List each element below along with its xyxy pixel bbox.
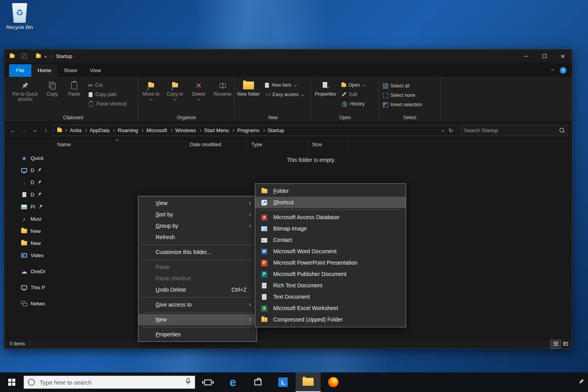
minimize-ribbon-icon[interactable] (551, 69, 554, 72)
context-menu-item-paste[interactable]: Paste (138, 261, 257, 273)
context-menu-item-refresh[interactable]: Refresh (138, 232, 257, 243)
qat-properties-icon[interactable] (22, 54, 27, 59)
new-submenu-item-contact[interactable]: Contact (255, 234, 406, 246)
column-separator[interactable] (307, 140, 308, 149)
paste-button[interactable]: Paste (64, 79, 84, 107)
new-submenu-item-shortcut[interactable]: Shortcut (255, 197, 406, 208)
sidebar-item-onedrive[interactable]: OneDr (4, 265, 50, 278)
breadcrumb-item[interactable]: Roaming (115, 126, 141, 135)
new-submenu-item-excel-worksheet[interactable]: Microsoft Excel Worksheet (255, 303, 406, 314)
context-menu-item-properties[interactable]: Properties (138, 329, 257, 340)
sidebar-item-music[interactable]: Musi (4, 213, 50, 225)
new-submenu-item-rich-text-document[interactable]: Rich Text Document (255, 280, 406, 291)
breadcrumb[interactable]: Anita AppData Roaming Microsoft Windows … (53, 125, 457, 136)
easy-access-button[interactable]: Easy access (265, 91, 304, 98)
large-icons-view-button[interactable] (561, 340, 570, 348)
breadcrumb-item[interactable]: Windows (172, 126, 199, 135)
tab-share[interactable]: Share (58, 64, 84, 77)
breadcrumb-item[interactable]: Microsoft (143, 126, 170, 135)
tab-file[interactable]: File (9, 64, 31, 77)
sidebar-item-new-folder-2[interactable]: New (4, 237, 50, 249)
refresh-icon[interactable] (448, 127, 453, 134)
minimize-button[interactable] (517, 49, 535, 63)
new-submenu-item-powerpoint-presentation[interactable]: Microsoft PowerPoint Presentation (255, 257, 406, 269)
column-header-type[interactable]: Type (251, 142, 262, 147)
cut-button[interactable]: Cut (88, 82, 127, 89)
sidebar-item-this-pc[interactable]: This P (4, 281, 50, 294)
start-button[interactable] (0, 372, 24, 392)
sidebar-item-quick-access[interactable]: Quick (4, 152, 50, 164)
forward-button[interactable] (18, 125, 29, 136)
search-icon[interactable] (559, 128, 564, 133)
column-header-size[interactable]: Size (312, 142, 322, 147)
breadcrumb-item[interactable]: AppData (87, 126, 113, 135)
new-submenu-item-text-document[interactable]: Text Document (255, 291, 406, 303)
new-item-button[interactable]: New item (265, 82, 304, 89)
move-to-button[interactable]: Move to (140, 79, 162, 100)
edit-button[interactable]: Edit (341, 91, 365, 98)
new-submenu-item-publisher-document[interactable]: Microsoft Publisher Document (255, 269, 406, 280)
search-input[interactable] (464, 127, 559, 133)
history-button[interactable]: History (341, 101, 365, 107)
sidebar-item-documents[interactable]: D (4, 189, 50, 201)
new-submenu-item-folder[interactable]: Folder (255, 185, 406, 197)
properties-button[interactable]: Properties (313, 79, 338, 107)
column-separator[interactable] (348, 140, 348, 149)
breadcrumb-item[interactable]: Start Menu (201, 126, 232, 135)
close-button[interactable] (554, 49, 572, 63)
column-header-date-modified[interactable]: Date modified (190, 142, 221, 147)
new-submenu-item-access-database[interactable]: Microsoft Access Database (255, 212, 406, 223)
pin-to-quick-access-button[interactable]: Pin to Quick access (10, 79, 40, 107)
context-menu-item-undo-delete[interactable]: Undo Delete Ctrl+Z (138, 284, 257, 296)
rename-button[interactable]: Rename (211, 79, 234, 100)
copy-path-button[interactable]: Copy path (88, 91, 127, 98)
file-explorer-button[interactable] (296, 372, 321, 392)
open-button[interactable]: Open (341, 82, 365, 89)
copy-button[interactable]: Copy (42, 79, 62, 107)
sidebar-item-downloads[interactable]: D (4, 176, 50, 189)
pen-button[interactable] (575, 372, 588, 392)
up-button[interactable] (40, 125, 51, 136)
new-submenu-item-word-document[interactable]: Microsoft Word Document (255, 246, 406, 257)
context-menu-item-sort-by[interactable]: Sort by (138, 209, 257, 220)
sidebar-item-videos[interactable]: Video (4, 249, 50, 261)
taskbar-search-input[interactable] (40, 379, 185, 386)
column-header-name[interactable]: Name (57, 142, 71, 147)
context-menu-item-give-access-to[interactable]: Give access to (138, 299, 257, 310)
maximize-button[interactable] (535, 49, 554, 63)
tab-home[interactable]: Home (31, 64, 58, 77)
details-view-button[interactable] (551, 340, 561, 348)
task-view-button[interactable] (195, 372, 220, 392)
breadcrumb-item[interactable]: Startup (265, 126, 287, 135)
help-icon[interactable] (560, 67, 566, 74)
context-menu-item-new[interactable]: New (138, 314, 257, 325)
paste-shortcut-button[interactable]: Paste shortcut (88, 101, 127, 107)
tab-view[interactable]: View (83, 64, 107, 77)
address-history-chevron-icon[interactable] (441, 129, 444, 132)
sidebar-item-new-folder-1[interactable]: New (4, 225, 50, 237)
store-button[interactable] (245, 372, 270, 392)
context-menu-item-view[interactable]: View (138, 198, 257, 209)
l-tile-button[interactable] (270, 372, 296, 392)
new-submenu-item-zipped-folder[interactable]: Compressed (zipped) Folder (255, 314, 406, 325)
new-submenu-item-bitmap-image[interactable]: Bitmap image (255, 223, 406, 234)
sidebar-item-pictures[interactable]: Pi (4, 201, 50, 213)
new-folder-button[interactable]: New folder (236, 79, 261, 98)
qat-new-folder-icon[interactable] (36, 54, 41, 58)
qat-customize-chevron-icon[interactable] (44, 54, 47, 57)
select-all-button[interactable]: Select all (383, 83, 440, 89)
microphone-icon[interactable] (185, 378, 191, 387)
column-separator[interactable] (186, 140, 186, 149)
recycle-bin[interactable]: Recycle Bin (3, 3, 36, 30)
invert-selection-button[interactable]: Invert selection (383, 102, 440, 108)
taskbar-search-box[interactable] (24, 376, 195, 389)
context-menu-item-customize-this-folder[interactable]: Customize this folder... (138, 247, 257, 258)
sidebar-item-desktop[interactable]: D (4, 164, 50, 176)
edge-button[interactable] (220, 372, 245, 392)
search-box[interactable] (461, 125, 568, 136)
firefox-button[interactable] (321, 372, 346, 392)
select-none-button[interactable]: Select none (383, 92, 440, 99)
recent-locations-chevron-icon[interactable] (29, 125, 40, 136)
copy-to-button[interactable]: Copy to (164, 79, 186, 100)
breadcrumb-item[interactable]: Anita (67, 126, 84, 135)
